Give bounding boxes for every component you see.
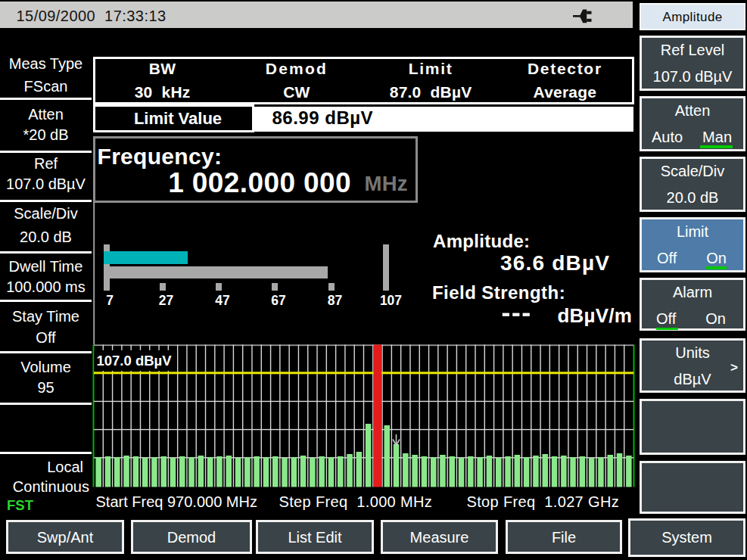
svg-text:107.0 dBµV: 107.0 dBµV: [97, 353, 173, 369]
